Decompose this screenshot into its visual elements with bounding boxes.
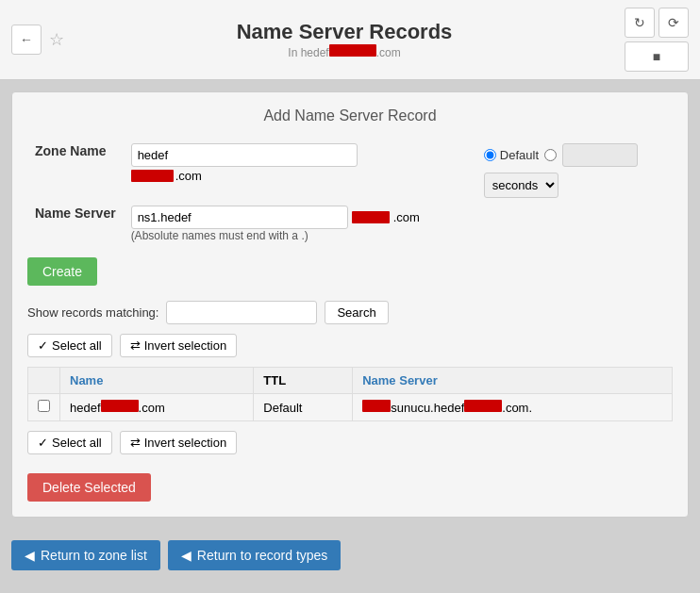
row-ns-cell: sunucu.hedef.com. — [353, 394, 673, 421]
ttl-value-input[interactable] — [562, 143, 638, 167]
star-icon[interactable]: ☆ — [49, 29, 64, 50]
top-bar-actions-row2: ■ — [625, 41, 689, 72]
ns-suffix: .com — [393, 210, 420, 224]
refresh-button[interactable]: ↻ — [625, 8, 655, 38]
select-all-label-bottom: Select all — [52, 436, 102, 450]
checkmark-icon-bottom: ✓ — [38, 436, 48, 450]
ttl-unit-row: seconds minutes hours days — [484, 173, 665, 198]
invert-label-top: Invert selection — [144, 338, 226, 353]
add-record-form: Zone Name .com Default — [27, 140, 673, 246]
create-button[interactable]: Create — [27, 257, 97, 286]
name-server-label: Name Server — [27, 202, 124, 246]
table-header-name: Name — [60, 368, 254, 394]
search-label: Show records matching: — [27, 305, 158, 320]
zone-name-input[interactable] — [131, 143, 358, 167]
top-bar-actions-row1: ↻ ⟳ — [625, 8, 689, 38]
select-all-button-top[interactable]: ✓ Select all — [27, 334, 112, 357]
footer-bar: ◀ Return to zone list ◀ Return to record… — [0, 529, 700, 582]
top-bar-center: Name Server Records In hedef.com — [64, 20, 625, 59]
sort-name-link[interactable]: Name — [70, 373, 103, 387]
invert-icon-top: ⇄ — [130, 338, 141, 353]
zone-name-label: Zone Name — [27, 140, 124, 202]
records-table: Name TTL Name Server hedef.com Default s… — [27, 367, 673, 421]
table-body: hedef.com Default sunucu.hedef.com. — [28, 394, 673, 421]
select-all-label-top: Select all — [52, 338, 102, 353]
return-zone-arrow: ◀ — [25, 548, 35, 563]
ttl-empty-cell — [476, 202, 673, 246]
row-name-suffix: .com — [139, 401, 165, 415]
search-button[interactable]: Search — [325, 301, 388, 324]
top-bar: ← ☆ Name Server Records In hedef.com ↻ ⟳… — [0, 0, 700, 80]
row-ttl-cell: Default — [254, 394, 353, 421]
back-icon: ← — [20, 32, 33, 47]
stop-icon: ■ — [653, 49, 660, 64]
copy-button[interactable]: ⟳ — [658, 8, 689, 38]
invert-label-bottom: Invert selection — [144, 436, 226, 450]
row-checkbox-cell — [28, 394, 60, 421]
select-all-button-bottom[interactable]: ✓ Select all — [27, 431, 112, 454]
selection-row-bottom: ✓ Select all ⇄ Invert selection — [27, 431, 673, 454]
zone-name-cell: .com — [124, 140, 476, 202]
return-types-label: Return to record types — [197, 548, 328, 563]
page-title: Name Server Records — [64, 20, 625, 44]
ttl-default-text: Default — [500, 148, 539, 162]
invert-selection-button-bottom[interactable]: ⇄ Invert selection — [120, 431, 237, 454]
subtitle: In hedef.com — [64, 44, 625, 59]
checkmark-icon-top: ✓ — [38, 338, 48, 353]
name-server-input[interactable] — [131, 206, 348, 229]
row-ns-middle: sunucu.hedef — [391, 401, 464, 415]
return-types-button[interactable]: ◀ Return to record types — [168, 540, 342, 570]
ttl-options-row: Default — [484, 143, 665, 167]
ttl-custom-radio[interactable] — [544, 149, 557, 161]
return-zone-label: Return to zone list — [41, 548, 147, 563]
return-types-arrow: ◀ — [181, 548, 192, 563]
top-bar-right: ↻ ⟳ ■ — [625, 8, 689, 72]
table-header-ttl: TTL — [254, 368, 353, 394]
row-ns-suffix: .com. — [502, 401, 532, 415]
zone-name-suffix: .com — [175, 169, 202, 183]
search-row: Show records matching: Search — [27, 301, 673, 324]
copy-icon: ⟳ — [668, 15, 679, 30]
table-row: hedef.com Default sunucu.hedef.com. — [28, 394, 673, 421]
ttl-section: Default seconds minutes hours days — [476, 140, 673, 202]
return-zone-button[interactable]: ◀ Return to zone list — [11, 540, 160, 570]
table-header: Name TTL Name Server — [28, 368, 673, 394]
invert-icon-bottom: ⇄ — [130, 436, 141, 450]
name-server-cell: .com (Absolute names must end with a .) — [124, 202, 476, 246]
top-bar-left: ← ☆ — [11, 25, 64, 55]
main-content: Add Name Server Record Zone Name .com De… — [11, 91, 689, 518]
row-checkbox[interactable] — [38, 400, 50, 412]
ttl-default-label[interactable]: Default — [484, 148, 539, 162]
table-header-ns: Name Server — [353, 368, 673, 394]
search-input[interactable] — [166, 301, 317, 324]
selection-row-top: ✓ Select all ⇄ Invert selection — [27, 334, 673, 357]
row-name-prefix: hedef — [70, 401, 101, 415]
back-button[interactable]: ← — [11, 25, 42, 55]
refresh-icon: ↻ — [634, 15, 645, 30]
ttl-default-radio[interactable] — [484, 149, 496, 161]
sort-ns-link[interactable]: Name Server — [362, 373, 438, 387]
row-name-cell: hedef.com — [60, 394, 254, 421]
invert-selection-button-top[interactable]: ⇄ Invert selection — [120, 334, 237, 357]
table-header-checkbox — [28, 368, 60, 394]
ns-help-text: (Absolute names must end with a .) — [131, 229, 469, 242]
section-title: Add Name Server Record — [27, 107, 673, 124]
ttl-unit-select[interactable]: seconds minutes hours days — [484, 173, 558, 198]
delete-selected-button[interactable]: Delete Selected — [27, 473, 151, 502]
stop-button[interactable]: ■ — [625, 41, 689, 72]
